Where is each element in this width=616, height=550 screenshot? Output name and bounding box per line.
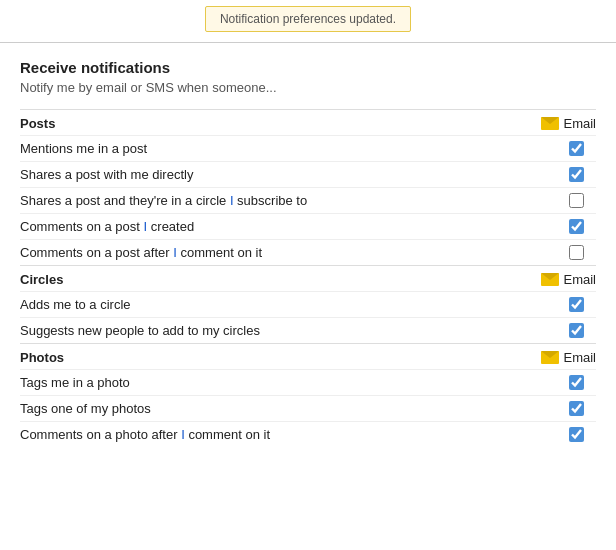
category-header-posts: PostsEmail bbox=[20, 109, 596, 135]
notif-row-adds-circle: Adds me to a circle bbox=[20, 291, 596, 317]
email-label-circles: Email bbox=[563, 272, 596, 287]
checkbox-comments-photo[interactable] bbox=[569, 427, 584, 442]
email-badge-circles: Email bbox=[536, 272, 596, 287]
notif-row-mentions: Mentions me in a post bbox=[20, 135, 596, 161]
category-label-posts: Posts bbox=[20, 116, 55, 131]
notif-row-shares-directly: Shares a post with me directly bbox=[20, 161, 596, 187]
notif-label-tags-photo: Tags me in a photo bbox=[20, 375, 556, 390]
notif-row-tags-photo: Tags me in a photo bbox=[20, 369, 596, 395]
notif-row-comments-created: Comments on a post I created bbox=[20, 213, 596, 239]
checkbox-adds-circle[interactable] bbox=[569, 297, 584, 312]
category-label-circles: Circles bbox=[20, 272, 63, 287]
notif-label-comments-created: Comments on a post I created bbox=[20, 219, 556, 234]
toast-container: Notification preferences updated. bbox=[0, 0, 616, 32]
notif-label-comments-after: Comments on a post after I comment on it bbox=[20, 245, 556, 260]
notif-row-comments-after: Comments on a post after I comment on it bbox=[20, 239, 596, 265]
page-subtitle: Notify me by email or SMS when someone..… bbox=[20, 80, 596, 95]
main-content: Receive notifications Notify me by email… bbox=[0, 43, 616, 467]
checkbox-comments-after[interactable] bbox=[569, 245, 584, 260]
notif-label-tags-my-photo: Tags one of my photos bbox=[20, 401, 556, 416]
checkbox-tags-my-photo[interactable] bbox=[569, 401, 584, 416]
toast-message: Notification preferences updated. bbox=[205, 6, 411, 32]
notif-label-suggests-people: Suggests new people to add to my circles bbox=[20, 323, 556, 338]
checkbox-area-adds-circle bbox=[556, 297, 596, 312]
checkbox-tags-photo[interactable] bbox=[569, 375, 584, 390]
notif-label-mentions: Mentions me in a post bbox=[20, 141, 556, 156]
checkbox-area-shares-directly bbox=[556, 167, 596, 182]
notif-label-adds-circle: Adds me to a circle bbox=[20, 297, 556, 312]
email-label-posts: Email bbox=[563, 116, 596, 131]
checkbox-area-comments-created bbox=[556, 219, 596, 234]
notif-row-comments-photo: Comments on a photo after I comment on i… bbox=[20, 421, 596, 447]
checkbox-area-suggests-people bbox=[556, 323, 596, 338]
email-label-photos: Email bbox=[563, 350, 596, 365]
email-icon-circles bbox=[541, 273, 559, 286]
checkbox-area-comments-photo bbox=[556, 427, 596, 442]
page-title: Receive notifications bbox=[20, 59, 596, 76]
checkbox-shares-circle[interactable] bbox=[569, 193, 584, 208]
category-header-circles: CirclesEmail bbox=[20, 265, 596, 291]
checkbox-shares-directly[interactable] bbox=[569, 167, 584, 182]
email-badge-posts: Email bbox=[536, 116, 596, 131]
notif-row-tags-my-photo: Tags one of my photos bbox=[20, 395, 596, 421]
checkbox-mentions[interactable] bbox=[569, 141, 584, 156]
checkbox-area-tags-photo bbox=[556, 375, 596, 390]
checkbox-area-mentions bbox=[556, 141, 596, 156]
category-label-photos: Photos bbox=[20, 350, 64, 365]
notif-row-shares-circle: Shares a post and they're in a circle I … bbox=[20, 187, 596, 213]
email-icon-posts bbox=[541, 117, 559, 130]
checkbox-comments-created[interactable] bbox=[569, 219, 584, 234]
checkbox-area-tags-my-photo bbox=[556, 401, 596, 416]
checkbox-area-comments-after bbox=[556, 245, 596, 260]
notif-label-shares-directly: Shares a post with me directly bbox=[20, 167, 556, 182]
notif-row-suggests-people: Suggests new people to add to my circles bbox=[20, 317, 596, 343]
category-header-photos: PhotosEmail bbox=[20, 343, 596, 369]
email-badge-photos: Email bbox=[536, 350, 596, 365]
notif-label-shares-circle: Shares a post and they're in a circle I … bbox=[20, 193, 556, 208]
email-icon-photos bbox=[541, 351, 559, 364]
notif-label-comments-photo: Comments on a photo after I comment on i… bbox=[20, 427, 556, 442]
checkbox-suggests-people[interactable] bbox=[569, 323, 584, 338]
categories-block: PostsEmailMentions me in a postShares a … bbox=[20, 109, 596, 447]
checkbox-area-shares-circle bbox=[556, 193, 596, 208]
